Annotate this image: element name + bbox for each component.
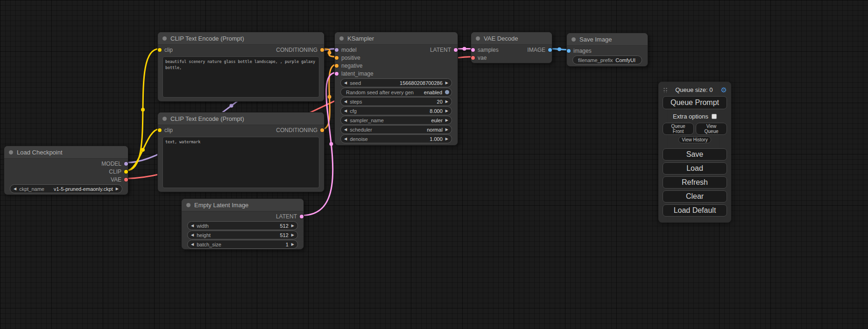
node-titlebar[interactable]: KSampler	[335, 32, 458, 45]
queue-size-label: Queue size: 0	[667, 86, 721, 93]
increment-arrow-icon[interactable]: ▶	[445, 100, 448, 104]
output-slot-model[interactable]	[124, 162, 128, 166]
node-ksampler[interactable]: KSampler model positive negative latent_…	[334, 32, 458, 146]
output-slot-latent[interactable]	[454, 48, 458, 52]
node-empty-latent-image[interactable]: Empty Latent Image LATENT ◀ width 512 ▶ …	[181, 198, 304, 250]
input-slot-latent-image[interactable]	[335, 72, 339, 76]
node-load-checkpoint[interactable]: Load Checkpoint MODEL CLIP VAE ◀ ckpt_na…	[4, 146, 128, 195]
extra-options-checkbox[interactable]	[712, 114, 717, 119]
output-slot-image[interactable]	[548, 48, 552, 52]
widget-ckpt-name[interactable]: ◀ ckpt_name v1-5-pruned-emaonly.ckpt ▶	[10, 184, 122, 193]
view-history-button[interactable]: View History	[678, 136, 711, 143]
load-default-button[interactable]: Load Default	[663, 204, 727, 217]
widget-width[interactable]: ◀ width 512 ▶	[187, 221, 298, 230]
widget-filename-prefix[interactable]: filename_prefix ComfyUI	[572, 56, 642, 64]
input-slot-clip[interactable]	[158, 128, 162, 132]
node-titlebar[interactable]: VAE Decode	[471, 32, 552, 45]
node-vae-decode[interactable]: VAE Decode samples vae IMAGE	[471, 32, 552, 63]
load-button[interactable]: Load	[663, 162, 727, 175]
collapse-dot-icon[interactable]	[162, 36, 167, 41]
decrement-arrow-icon[interactable]: ◀	[344, 81, 347, 85]
increment-arrow-icon[interactable]: ▶	[291, 243, 294, 246]
prompt-textarea[interactable]: beautiful scenery nature glass bottle la…	[162, 56, 319, 98]
increment-arrow-icon[interactable]: ▶	[445, 137, 448, 141]
save-button[interactable]: Save	[663, 148, 727, 161]
link-midpoint-dot	[463, 47, 466, 51]
widget-scheduler[interactable]: ◀ scheduler normal ▶	[340, 125, 452, 134]
decrement-arrow-icon[interactable]: ◀	[344, 100, 347, 104]
link-clip-to-negative-prompt	[127, 129, 159, 171]
node-titlebar[interactable]: Empty Latent Image	[182, 199, 303, 211]
input-slot-model[interactable]	[335, 48, 339, 52]
node-titlebar[interactable]: CLIP Text Encode (Prompt)	[158, 112, 324, 125]
increment-arrow-icon[interactable]: ▶	[116, 187, 119, 191]
node-clip-text-encode-negative[interactable]: CLIP Text Encode (Prompt) clip CONDITION…	[157, 112, 325, 192]
widget-value: 1	[286, 242, 289, 247]
collapse-dot-icon[interactable]	[476, 36, 480, 41]
node-save-image[interactable]: Save Image images filename_prefix ComfyU…	[566, 33, 648, 67]
input-slot-vae[interactable]	[471, 56, 475, 60]
increment-arrow-icon[interactable]: ▶	[445, 119, 448, 122]
widget-random-seed-toggle[interactable]: Random seed after every gen enabled	[340, 88, 452, 97]
collapse-dot-icon[interactable]	[572, 37, 576, 42]
queue-front-button[interactable]: Queue Front	[663, 123, 694, 135]
collapse-dot-icon[interactable]	[339, 36, 344, 41]
collapse-dot-icon[interactable]	[186, 203, 191, 207]
increment-arrow-icon[interactable]: ▶	[445, 109, 448, 113]
node-titlebar[interactable]: Save Image	[567, 33, 648, 46]
decrement-arrow-icon[interactable]: ◀	[191, 233, 194, 237]
widget-value: 1.000	[430, 136, 443, 142]
input-slot-negative[interactable]	[335, 64, 339, 68]
input-slot-images[interactable]	[567, 49, 571, 53]
toggle-dot-icon[interactable]	[445, 90, 449, 94]
refresh-button[interactable]: Refresh	[663, 176, 727, 189]
widget-seed[interactable]: ◀ seed 156680208700286 ▶	[340, 78, 452, 87]
decrement-arrow-icon[interactable]: ◀	[191, 243, 194, 246]
widget-name: seed	[350, 80, 361, 86]
node-titlebar[interactable]: Load Checkpoint	[4, 146, 128, 159]
output-slot-vae[interactable]	[124, 178, 128, 182]
decrement-arrow-icon[interactable]: ◀	[344, 137, 347, 141]
decrement-arrow-icon[interactable]: ◀	[191, 224, 194, 228]
input-slot-clip[interactable]	[158, 48, 162, 52]
input-slot-samples[interactable]	[471, 48, 475, 52]
increment-arrow-icon[interactable]: ▶	[291, 224, 294, 228]
output-slot-clip[interactable]	[124, 170, 128, 174]
node-titlebar[interactable]: CLIP Text Encode (Prompt)	[158, 32, 324, 45]
widget-value: enabled	[424, 90, 442, 95]
output-slot-latent[interactable]	[300, 215, 303, 218]
node-clip-text-encode-positive[interactable]: CLIP Text Encode (Prompt) clip CONDITION…	[157, 32, 325, 102]
decrement-arrow-icon[interactable]: ◀	[14, 187, 16, 191]
input-label-images: images	[573, 48, 592, 54]
widget-sampler-name[interactable]: ◀ sampler_name euler ▶	[340, 116, 452, 125]
widget-value: 156680208700286	[400, 80, 443, 86]
widget-cfg[interactable]: ◀ cfg 8.000 ▶	[340, 106, 452, 115]
widget-denoise[interactable]: ◀ denoise 1.000 ▶	[340, 134, 452, 143]
drag-handle-icon[interactable]	[663, 87, 667, 93]
prompt-textarea[interactable]: text, watermark	[162, 137, 319, 188]
widget-value: ComfyUI	[615, 57, 635, 63]
extra-options-row: Extra options	[663, 113, 727, 120]
input-slot-positive[interactable]	[335, 56, 339, 60]
comfy-menu-panel[interactable]: Queue size: 0 ⚙ Queue Prompt Extra optio…	[658, 82, 731, 223]
widget-batch-size[interactable]: ◀ batch_size 1 ▶	[187, 240, 298, 249]
queue-buttons-row: Queue Front View Queue	[663, 123, 727, 135]
collapse-dot-icon[interactable]	[162, 117, 167, 121]
decrement-arrow-icon[interactable]: ◀	[344, 109, 347, 113]
clear-button[interactable]: Clear	[663, 190, 727, 203]
widget-steps[interactable]: ◀ steps 20 ▶	[340, 97, 452, 106]
queue-prompt-button[interactable]: Queue Prompt	[663, 96, 727, 109]
view-queue-button[interactable]: View Queue	[696, 123, 727, 135]
decrement-arrow-icon[interactable]: ◀	[344, 128, 347, 132]
collapse-dot-icon[interactable]	[9, 150, 13, 154]
output-slot-conditioning[interactable]	[320, 128, 324, 132]
increment-arrow-icon[interactable]: ▶	[445, 128, 448, 132]
widget-height[interactable]: ◀ height 512 ▶	[187, 231, 298, 239]
graph-canvas[interactable]: Load Checkpoint MODEL CLIP VAE ◀ ckpt_na…	[0, 0, 868, 329]
decrement-arrow-icon[interactable]: ◀	[344, 119, 347, 122]
widget-name: Random seed after every gen	[346, 90, 414, 95]
increment-arrow-icon[interactable]: ▶	[291, 233, 294, 237]
increment-arrow-icon[interactable]: ▶	[445, 81, 448, 85]
settings-gear-icon[interactable]: ⚙	[721, 86, 727, 93]
output-slot-conditioning[interactable]	[320, 48, 324, 52]
